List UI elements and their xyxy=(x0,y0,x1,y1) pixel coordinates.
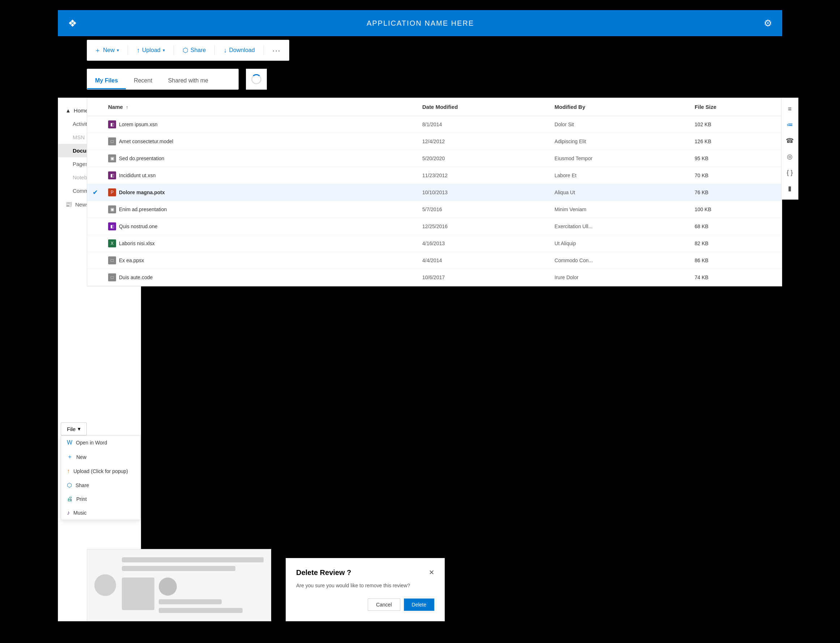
row-file-size-0: 102 KB xyxy=(690,116,782,133)
row-modified-by-6: Exercitation Ull... xyxy=(550,218,690,235)
row-file-size-8: 86 KB xyxy=(690,252,782,269)
file-dropdown-button[interactable]: File ▾ xyxy=(61,423,87,436)
table-row[interactable]: □ Duis aute.code 10/6/2017 Irure Dolor 7… xyxy=(87,269,782,286)
right-icon-phone[interactable]: ☎ xyxy=(783,134,797,148)
more-button[interactable]: ··· xyxy=(272,46,281,55)
row-modified-by-7: Ut Aliquip xyxy=(550,235,690,252)
file-name: Lorem ipsum.xsn xyxy=(119,121,158,127)
row-check-9[interactable] xyxy=(87,269,103,286)
file-type-icon: P xyxy=(108,188,116,196)
download-button[interactable]: ↓ Download xyxy=(223,47,254,54)
row-name-4[interactable]: P Dolore magna.potx xyxy=(103,184,417,201)
share-button[interactable]: ⬡ Share xyxy=(183,46,206,54)
preview-line-2 xyxy=(122,566,235,571)
upload-menu-label: Upload (Click for popup) xyxy=(73,468,128,474)
header-name[interactable]: Name ↑ xyxy=(103,98,417,116)
delete-button[interactable]: Delete xyxy=(404,599,434,611)
file-menu-music[interactable]: ♪ Music xyxy=(61,506,140,520)
row-date-3: 11/23/2012 xyxy=(417,167,550,184)
file-type-icon: ▣ xyxy=(108,154,116,162)
table-row[interactable]: ✔ P Dolore magna.potx 10/10/2013 Aliqua … xyxy=(87,184,782,201)
row-file-size-2: 95 KB xyxy=(690,150,782,167)
header-file-size[interactable]: File Size xyxy=(690,98,782,116)
row-name-5[interactable]: ▣ Enim ad.presentation xyxy=(103,201,417,218)
dialog-close-button[interactable]: ✕ xyxy=(429,568,434,576)
delete-review-dialog: Delete Review ? ✕ Are you sure you would… xyxy=(285,558,445,621)
file-menu-share[interactable]: ⬡ Share xyxy=(61,478,140,492)
tab-recent[interactable]: Recent xyxy=(126,74,160,89)
row-check-4[interactable]: ✔ xyxy=(87,184,103,201)
row-name-2[interactable]: ▣ Sed do.presentation xyxy=(103,150,417,167)
row-check-2[interactable] xyxy=(87,150,103,167)
row-check-3[interactable] xyxy=(87,167,103,184)
header-modified-by[interactable]: Modified By xyxy=(550,98,690,116)
tab-my-files[interactable]: My Files xyxy=(87,74,126,89)
table-row[interactable]: ◧ Incididunt ut.xsn 11/23/2012 Labore Et… xyxy=(87,167,782,184)
row-modified-by-0: Dolor Sit xyxy=(550,116,690,133)
row-check-1[interactable] xyxy=(87,133,103,150)
msn-label: MSN xyxy=(73,134,85,140)
music-menu-label: Music xyxy=(73,510,87,516)
header-checkbox xyxy=(87,98,103,116)
table-row[interactable]: □ Amet consectetur.model 12/4/2012 Adipi… xyxy=(87,133,782,150)
row-name-7[interactable]: X Laboris nisi.xlsx xyxy=(103,235,417,252)
row-file-size-3: 70 KB xyxy=(690,167,782,184)
file-menu-upload[interactable]: ↑ Upload (Click for popup) xyxy=(61,464,140,478)
row-name-3[interactable]: ◧ Incididunt ut.xsn xyxy=(103,167,417,184)
bottom-preview xyxy=(87,549,271,621)
row-name-6[interactable]: ◧ Quis nostrud.one xyxy=(103,218,417,235)
row-check-8[interactable] xyxy=(87,252,103,269)
file-name: Amet consectetur.model xyxy=(119,139,173,144)
upload-icon: ↑ xyxy=(137,47,140,54)
header-date[interactable]: Date Modified xyxy=(417,98,550,116)
row-name-8[interactable]: □ Ex ea.ppsx xyxy=(103,252,417,269)
dialog-footer: Cancel Delete xyxy=(296,599,434,611)
row-name-0[interactable]: ◧ Lorem ipsum.xsn xyxy=(103,116,417,133)
cancel-button[interactable]: Cancel xyxy=(368,599,400,611)
file-menu-new[interactable]: ＋ New xyxy=(61,449,140,464)
app-logo: ❖ xyxy=(68,17,77,29)
row-name-1[interactable]: □ Amet consectetur.model xyxy=(103,133,417,150)
preview-thumbnail xyxy=(122,578,154,610)
file-menu-open-word[interactable]: W Open in Word xyxy=(61,436,140,449)
music-icon: ♪ xyxy=(67,509,70,516)
file-name: Dolore magna.potx xyxy=(119,189,165,195)
print-menu-label: Print xyxy=(76,496,87,502)
table-row[interactable]: X Laboris nisi.xlsx 4/16/2013 Ut Aliquip… xyxy=(87,235,782,252)
table-row[interactable]: □ Ex ea.ppsx 4/4/2014 Commodo Con... 86 … xyxy=(87,252,782,269)
right-icon-chart[interactable]: ▮ xyxy=(783,181,797,196)
row-check-7[interactable] xyxy=(87,235,103,252)
file-name: Duis aute.code xyxy=(119,274,153,280)
upload-button[interactable]: ↑ Upload ▾ xyxy=(137,47,165,54)
table-row[interactable]: ▣ Sed do.presentation 5/20/2020 Eiusmod … xyxy=(87,150,782,167)
table-row[interactable]: ◧ Quis nostrud.one 12/25/2016 Exercitati… xyxy=(87,218,782,235)
dialog-header: Delete Review ? ✕ xyxy=(296,568,434,577)
new-button[interactable]: ＋ New ▾ xyxy=(95,46,119,55)
row-name-9[interactable]: □ Duis aute.code xyxy=(103,269,417,286)
table-row[interactable]: ▣ Enim ad.presentation 5/7/2016 Minim Ve… xyxy=(87,201,782,218)
new-menu-label: New xyxy=(76,454,86,460)
settings-icon[interactable]: ⚙ xyxy=(764,18,772,29)
row-date-0: 8/1/2014 xyxy=(417,116,550,133)
new-label: New xyxy=(103,47,115,54)
right-icon-broadcast[interactable]: ◎ xyxy=(783,149,797,164)
file-menu-print[interactable]: 🖨 Print xyxy=(61,492,140,506)
spinner xyxy=(251,74,261,84)
file-type-icon: ◧ xyxy=(108,171,116,180)
row-check-0[interactable] xyxy=(87,116,103,133)
row-check-6[interactable] xyxy=(87,218,103,235)
chevron-up-icon: ▲ xyxy=(65,108,71,114)
row-modified-by-8: Commodo Con... xyxy=(550,252,690,269)
file-type-icon: □ xyxy=(108,256,116,264)
row-check-5[interactable] xyxy=(87,201,103,218)
tab-shared-with-me[interactable]: Shared with me xyxy=(160,74,216,89)
row-modified-by-1: Adipiscing Elit xyxy=(550,133,690,150)
file-name: Laboris nisi.xlsx xyxy=(119,240,155,246)
right-icon-menu[interactable]: ≡ xyxy=(783,102,797,116)
right-icon-list[interactable]: ≔ xyxy=(783,118,797,132)
file-type-icon: ◧ xyxy=(108,121,116,128)
table-row[interactable]: ◧ Lorem ipsum.xsn 8/1/2014 Dolor Sit 102… xyxy=(87,116,782,133)
right-icon-code[interactable]: { } xyxy=(783,165,797,180)
word-icon: W xyxy=(67,439,72,446)
row-file-size-6: 68 KB xyxy=(690,218,782,235)
